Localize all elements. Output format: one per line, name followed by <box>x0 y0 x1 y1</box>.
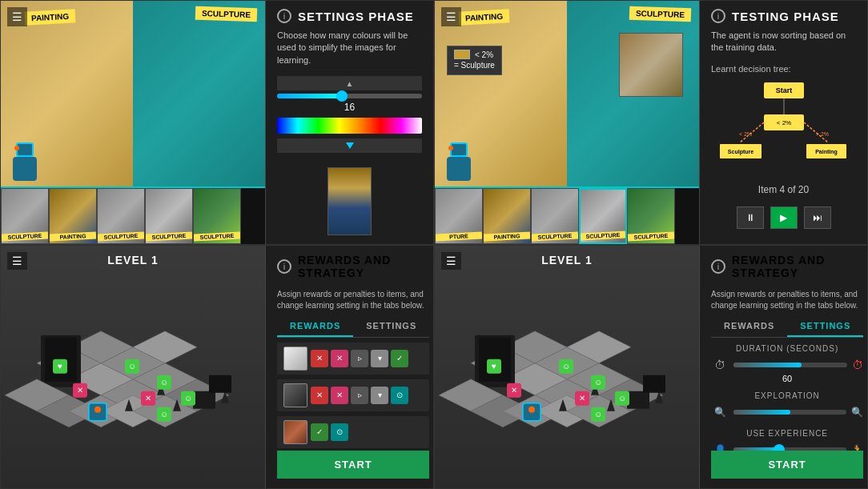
thumbnails-tl: SCULPTURE PAINTING SCULPTURE SCULPTURE S… <box>1 186 265 244</box>
duration-label: DURATION (SECONDS) <box>711 344 863 353</box>
game-scene-br: ☰ LEVEL 1 <box>435 246 699 489</box>
slider-down-btn[interactable] <box>277 138 422 153</box>
robot-head-tl <box>16 142 34 157</box>
rb-1-1[interactable]: ✕ <box>331 387 348 404</box>
level-svg-bl: ☺ ✕ ☺ ☺ ✕ ☺ ♥ <box>1 246 265 489</box>
slider-thumb[interactable] <box>336 90 348 102</box>
slider-up-btn[interactable]: ▲ <box>277 76 422 90</box>
thumb-0-tr[interactable]: PTURE <box>435 188 483 244</box>
level-label-bl: LEVEL 1 <box>107 254 159 267</box>
scene-area-tl: ☰ PAINTING SCULPTURE SCULPTURE PAINTING <box>1 1 265 244</box>
thumb-2-tr[interactable]: SCULPTURE <box>531 188 579 244</box>
svg-text:< 2%: < 2% <box>776 119 790 126</box>
thumb-label-2-tl: SCULPTURE <box>98 231 144 241</box>
rb-0-2[interactable]: ▹ <box>351 350 368 367</box>
robot-tl <box>9 142 41 182</box>
tab-bar-br: REWARDS SETTINGS <box>711 316 863 338</box>
svg-text:☺: ☺ <box>594 377 602 386</box>
tab-settings-br[interactable]: SETTINGS <box>787 316 863 337</box>
thumb-label-4-tr: SCULPTURE <box>628 231 674 241</box>
start-btn-br[interactable]: START <box>711 451 863 479</box>
thumb-1-tl[interactable]: PAINTING <box>49 188 97 244</box>
svg-text:☺: ☺ <box>184 393 192 402</box>
thumb-label-3-tl: SCULPTURE <box>146 231 192 241</box>
fast-forward-button[interactable]: ⏭ <box>804 206 831 229</box>
tab-rewards-bl[interactable]: REWARDS <box>277 316 353 337</box>
svg-rect-35 <box>209 375 231 392</box>
svg-rect-72 <box>643 375 665 392</box>
rb-1-2[interactable]: ▹ <box>351 387 368 404</box>
rewards-desc-br: Assign rewards or penalties to items, an… <box>700 284 868 316</box>
exploration-slider[interactable] <box>733 410 846 415</box>
tile-group-br <box>439 331 665 427</box>
tab-settings-bl[interactable]: SETTINGS <box>353 316 429 337</box>
thumb-3-tr[interactable]: SCULPTURE <box>579 188 627 244</box>
thumb-0-tl[interactable]: SCULPTURE <box>1 188 49 244</box>
hamburger-btn-tl[interactable]: ☰ <box>7 7 27 26</box>
tile-group <box>5 331 231 427</box>
rewards-content-bl: ✕ ✕ ▹ ▾ ✓ ✕ ✕ ▹ ▾ ⊙ <box>266 338 434 451</box>
robot-eye-tr <box>448 146 453 150</box>
thumb-4-tl[interactable]: SCULPTURE <box>193 188 241 244</box>
svg-text:< 2%: < 2% <box>738 131 751 137</box>
legend-box-tr: < 2% = Sculpture <box>447 41 502 80</box>
sculpture-display <box>619 25 683 105</box>
scene-area-tr: ☰ PAINTING SCULPTURE < 2% = Sculpture <box>435 1 699 244</box>
svg-text:✕: ✕ <box>511 385 517 394</box>
thumb-1-tr[interactable]: PAINTING <box>483 188 531 244</box>
thumb-3-tl[interactable]: SCULPTURE <box>145 188 193 244</box>
legend-item-2: = Sculpture <box>454 61 495 70</box>
svg-text:☺: ☺ <box>128 361 136 370</box>
tab-rewards-br[interactable]: REWARDS <box>711 316 787 337</box>
info-icon-testing[interactable]: i <box>711 9 725 23</box>
play-button[interactable]: ▶ <box>770 206 798 229</box>
info-icon-settings[interactable]: i <box>277 9 291 23</box>
thumb-2-tl[interactable]: SCULPTURE <box>97 188 145 244</box>
sculpture-label-tl: SCULPTURE <box>195 6 258 22</box>
rb-1-4[interactable]: ⊙ <box>391 387 408 404</box>
info-icon-rewards-br[interactable]: i <box>711 259 725 274</box>
svg-text:☺: ☺ <box>160 377 168 386</box>
duration-value: 60 <box>711 374 863 383</box>
exploration-fill <box>733 410 790 415</box>
robot-head-tr <box>450 142 468 157</box>
scene-main-tr: ☰ PAINTING SCULPTURE < 2% = Sculpture <box>435 1 699 186</box>
hamburger-btn-br[interactable]: ☰ <box>441 252 461 270</box>
rb-0-3[interactable]: ▾ <box>371 350 388 367</box>
svg-text:✕: ✕ <box>579 393 585 402</box>
top-right-quadrant: ☰ PAINTING SCULPTURE < 2% = Sculpture <box>434 0 868 245</box>
experience-slider[interactable] <box>733 447 846 451</box>
thumbnails-tr: PTURE PAINTING SCULPTURE SCULPTURE SCULP… <box>435 186 699 244</box>
svg-text:♥: ♥ <box>492 361 496 370</box>
reward-row-2: ✓ ⊙ <box>277 416 429 448</box>
rb-0-4[interactable]: ✓ <box>391 350 408 367</box>
reward-row-0: ✕ ✕ ▹ ▾ ✓ <box>277 343 429 375</box>
thumb-4-tr[interactable]: SCULPTURE <box>627 188 675 244</box>
rb-0-0[interactable]: ✕ <box>311 350 328 367</box>
rewards-desc-bl: Assign rewards or penalties to items, an… <box>266 284 434 316</box>
rb-1-3[interactable]: ▾ <box>371 387 388 404</box>
slider-value: 16 <box>277 102 422 113</box>
reward-buttons-1: ✕ ✕ ▹ ▾ ⊙ <box>311 387 423 404</box>
robot-eye-tl <box>14 146 19 150</box>
hamburger-btn-bl[interactable]: ☰ <box>7 252 27 270</box>
rb-0-1[interactable]: ✕ <box>331 350 348 367</box>
person-icon-right: 🏃 <box>851 444 863 451</box>
panel-settings: i SETTINGS PHASE Choose how many colours… <box>265 1 433 244</box>
painting-label-tr: PAINTING <box>459 9 510 25</box>
svg-marker-1 <box>346 142 354 149</box>
hamburger-btn-tr[interactable]: ☰ <box>441 7 461 26</box>
legend-text-2: = Sculpture <box>454 61 495 70</box>
info-icon-rewards-bl[interactable]: i <box>277 259 291 274</box>
thumb-label-3-tr: SCULPTURE <box>581 230 625 240</box>
experience-thumb <box>774 444 785 451</box>
panel-header-testing: i TESTING PHASE <box>711 9 856 23</box>
thumb-label-4-tl: SCULPTURE <box>194 231 240 241</box>
rb-2-1[interactable]: ⊙ <box>331 423 348 441</box>
rb-1-0[interactable]: ✕ <box>311 387 328 404</box>
pause-button[interactable]: ⏸ <box>737 206 764 229</box>
start-btn-bl[interactable]: START <box>277 451 429 479</box>
duration-slider[interactable] <box>733 363 847 367</box>
main-grid: ☰ PAINTING SCULPTURE SCULPTURE PAINTING <box>0 0 868 489</box>
rb-2-0[interactable]: ✓ <box>311 423 328 441</box>
